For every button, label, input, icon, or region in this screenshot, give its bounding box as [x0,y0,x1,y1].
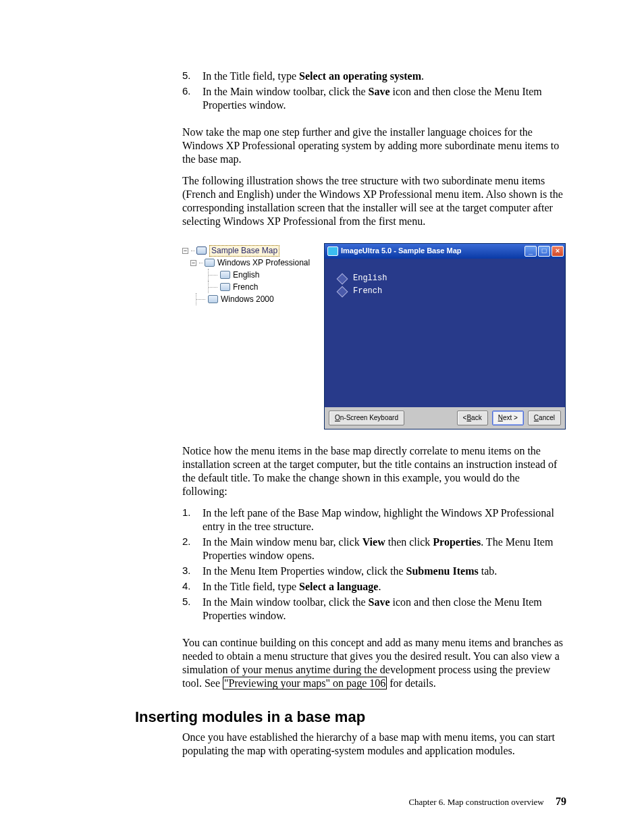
tree-root-label[interactable]: Sample Base Map [209,245,279,257]
next-button[interactable]: Next > [492,411,524,425]
menu-item-icon [220,283,230,291]
language-option[interactable]: English [338,273,552,284]
step-number: 3. [182,565,203,578]
radio-icon [337,273,348,284]
step-number: 6. [182,85,203,112]
figure-tree-and-installer: − Sample Base Map − Windows XP Professio… [182,243,566,429]
language-option[interactable]: French [338,286,552,296]
installer-preview-window: ImageUltra 5.0 - Sample Base Map _ □ × E… [324,243,566,429]
menu-item-icon [220,271,230,279]
paragraph: The following illustration shows the tre… [135,174,566,228]
step-number: 2. [182,536,203,563]
chapter-label: Chapter 6. Map construction overview [408,797,543,807]
menu-item-icon [208,295,218,303]
step-number: 1. [182,506,203,533]
map-icon [196,246,207,255]
window-title: ImageUltra 5.0 - Sample Base Map [341,246,525,256]
paragraph: You can continue building on this concep… [135,636,566,690]
app-icon [327,246,338,256]
tree-view: − Sample Base Map − Windows XP Professio… [182,243,317,429]
menu-item-icon [205,259,215,267]
paragraph: Notice how the menu items in the base ma… [135,444,566,498]
tree-collapse-icon[interactable]: − [190,260,196,266]
tree-node-label[interactable]: Windows 2000 [221,294,274,305]
radio-icon [337,286,348,297]
step-number: 4. [182,580,203,594]
maximize-icon[interactable]: □ [538,246,550,257]
paragraph: Now take the map one step further and gi… [135,126,566,166]
paragraph: Once you have established the hierarchy … [135,731,566,758]
tree-node-label[interactable]: French [233,282,258,292]
minimize-icon[interactable]: _ [525,246,537,257]
tree-collapse-icon[interactable]: − [182,248,188,254]
window-titlebar: ImageUltra 5.0 - Sample Base Map _ □ × [325,244,565,259]
steps-b: 1. In the left pane of the Base Map wind… [135,506,566,623]
section-heading: Inserting modules in a base map [135,708,566,727]
page-footer: Chapter 6. Map construction overview 79 [408,795,566,808]
step-number: 5. [182,70,203,83]
cancel-button[interactable]: Cancel [528,411,561,425]
tree-node-label[interactable]: English [233,270,259,280]
page-number: 79 [556,796,566,807]
onscreen-keyboard-button[interactable]: OOn-Screen Keyboardn-Screen Keyboard [329,411,404,425]
tree-node-label[interactable]: Windows XP Professional [217,258,310,268]
step-number: 5. [182,596,203,623]
back-button[interactable]: < Back [457,411,488,425]
cross-reference-link[interactable]: "Previewing your maps" on page 106 [223,677,387,689]
close-icon[interactable]: × [552,246,564,257]
steps-a: 5. In the Title field, type Select an op… [135,70,566,112]
